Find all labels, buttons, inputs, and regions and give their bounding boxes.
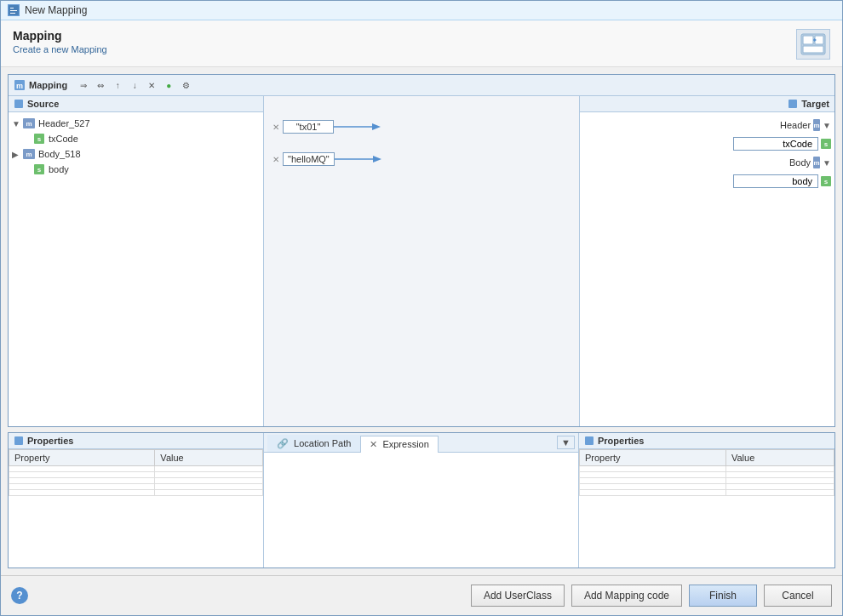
svg-rect-18	[14, 436, 23, 445]
expr-box-1[interactable]: "tx01"	[283, 120, 334, 134]
tree-label-body: body	[49, 164, 69, 174]
svg-rect-2	[10, 10, 17, 11]
svg-rect-1	[10, 8, 14, 9]
target-label-body: Body	[789, 157, 811, 168]
mapping-toolbar-title: m Mapping	[14, 79, 67, 91]
tree-node-body[interactable]: s body	[9, 162, 263, 177]
help-button[interactable]: ?	[11, 587, 28, 604]
target-expand-header[interactable]: ▼	[823, 121, 831, 130]
left-props-table: Property Value	[9, 449, 263, 568]
tab-expression[interactable]: ✕ Expression	[360, 436, 438, 453]
tree-icon-header527: m	[22, 117, 36, 129]
target-tree[interactable]: Header m ▼ txCode s	[580, 112, 834, 426]
target-body-input[interactable]: body	[733, 174, 818, 188]
target-icon-body: s	[821, 176, 831, 186]
left-props-row-2	[9, 472, 263, 478]
toolbar-btn-3[interactable]: ↑	[110, 77, 125, 93]
svg-rect-3	[10, 13, 15, 14]
mapping-row-1: ✕ "tx01"	[272, 120, 571, 134]
target-complex-icon-header: m	[813, 119, 820, 131]
title-bar-icon	[8, 4, 20, 16]
tab-location-path[interactable]: 🔗 Location Path	[267, 435, 360, 452]
left-props-col-property: Property	[9, 450, 155, 466]
tree-node-body518[interactable]: ▶ m Body_518	[9, 146, 263, 162]
target-label-header: Header	[780, 120, 811, 130]
right-props-col-property: Property	[580, 450, 726, 466]
target-panel: Target Header m ▼ txCod	[579, 96, 834, 426]
toolbar-btn-4[interactable]: ↓	[127, 77, 142, 93]
left-props-header: Properties	[9, 433, 263, 449]
toolbar-btn-settings[interactable]: ⚙	[178, 77, 193, 93]
right-props-table: Property Value	[579, 449, 834, 568]
toolbar-btn-delete[interactable]: ✕	[144, 77, 159, 93]
toolbar-btn-2[interactable]: ⇔	[93, 77, 108, 93]
tree-icon-txcode: s	[32, 133, 46, 145]
svg-rect-5	[803, 36, 813, 44]
main-content: m Mapping ⇒ ⇔ ↑ ↓ ✕ ● ⚙	[1, 67, 842, 575]
title-bar: New Mapping	[1, 1, 842, 20]
tree-label-body518: Body_518	[38, 149, 81, 159]
mapping-body: Source ▼ m Header_527	[9, 96, 834, 426]
svg-marker-14	[372, 123, 381, 130]
footer-buttons: Add UserClass Add Mapping code Finish Ca…	[471, 585, 832, 607]
mapping-panel: m Mapping ⇒ ⇔ ↑ ↓ ✕ ● ⚙	[8, 74, 835, 427]
svg-marker-16	[373, 156, 381, 163]
left-props-row-3	[9, 478, 263, 484]
target-expand-body[interactable]: ▼	[823, 158, 831, 168]
footer-left: ?	[11, 587, 28, 604]
finish-button[interactable]: Finish	[689, 585, 757, 607]
target-complex-icon-body: m	[813, 157, 820, 168]
right-props-row-1	[580, 466, 834, 472]
expression-content[interactable]	[264, 453, 578, 568]
right-props-row-4	[580, 484, 834, 490]
toolbar-btn-1[interactable]: ⇒	[76, 77, 91, 93]
footer: ? Add UserClass Add Mapping code Finish …	[1, 575, 842, 615]
left-props-row-1	[9, 466, 263, 472]
target-body-input-row[interactable]: body s	[580, 172, 834, 191]
svg-rect-12	[14, 100, 23, 108]
page-header: Mapping Create a new Mapping	[1, 20, 842, 67]
add-user-class-button[interactable]: Add UserClass	[471, 585, 565, 607]
left-props-col-value: Value	[155, 450, 263, 466]
cancel-button[interactable]: Cancel	[764, 585, 832, 607]
add-mapping-code-button[interactable]: Add Mapping code	[571, 585, 682, 607]
target-panel-header: Target	[580, 96, 834, 112]
expand-icon-body518[interactable]: ▶	[12, 150, 22, 159]
tree-node-header527[interactable]: ▼ m Header_527	[9, 116, 263, 131]
page-title: Mapping	[13, 29, 107, 43]
target-txcode-row[interactable]: txCode s	[580, 134, 834, 153]
target-txcode-input[interactable]: txCode	[733, 137, 818, 151]
right-props-row-3	[580, 478, 834, 484]
tree-icon-body: s	[32, 163, 46, 175]
expression-dropdown[interactable]: ▼	[557, 436, 575, 449]
connector-2	[335, 154, 386, 164]
target-body-row[interactable]: Body m ▼	[580, 153, 834, 172]
expand-icon-header527[interactable]: ▼	[12, 119, 22, 128]
expression-panel: 🔗 Location Path ✕ Expression ▼	[264, 433, 579, 568]
expression-tabs: 🔗 Location Path ✕ Expression ▼	[264, 433, 578, 453]
connector-1	[334, 122, 385, 132]
tree-label-txcode: txCode	[49, 134, 78, 144]
left-props-row-5	[9, 490, 263, 496]
title-bar-text: New Mapping	[25, 4, 87, 16]
source-tree[interactable]: ▼ m Header_527 s txCode	[9, 112, 263, 426]
toolbar-btn-5[interactable]: ●	[161, 77, 176, 93]
page-header-left: Mapping Create a new Mapping	[13, 29, 107, 54]
right-props-col-value: Value	[725, 450, 834, 466]
tree-node-txcode[interactable]: s txCode	[9, 131, 263, 146]
left-props-row-4	[9, 484, 263, 490]
right-properties-panel: Properties Property Value	[579, 433, 834, 568]
location-path-icon: 🔗	[277, 438, 289, 448]
page-subtitle: Create a new Mapping	[13, 44, 107, 54]
svg-text:m: m	[16, 82, 23, 90]
mapping-toolbar: m Mapping ⇒ ⇔ ↑ ↓ ✕ ● ⚙	[9, 75, 834, 96]
left-properties-panel: Properties Property Value	[9, 433, 264, 568]
mapping-row-2: ✕ "helloMQ"	[272, 152, 571, 166]
expression-icon: ✕	[370, 439, 377, 449]
target-icon-txcode: s	[821, 139, 831, 149]
right-props-row-2	[580, 472, 834, 478]
target-header-row[interactable]: Header m ▼	[580, 116, 834, 134]
right-props-header: Properties	[579, 433, 834, 449]
svg-rect-17	[789, 100, 797, 108]
expr-box-2[interactable]: "helloMQ"	[283, 152, 335, 166]
